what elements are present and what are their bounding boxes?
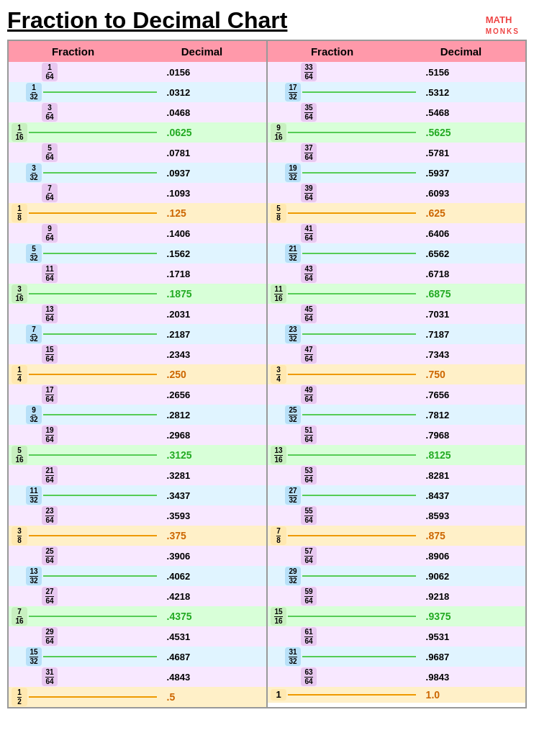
table-row: 1564.2343 — [9, 344, 266, 364]
fraction-value: 5364 — [301, 466, 317, 485]
right-rows: 3364.51561732.53123564.5468916.56253764.… — [268, 62, 525, 703]
decimal-value: .4843 — [161, 672, 266, 683]
table-row: 516.3125 — [9, 445, 266, 465]
decimal-value: .5 — [161, 691, 266, 703]
fraction-value: 1532 — [26, 647, 42, 666]
decimal-value: .2968 — [161, 430, 266, 441]
fraction-cell: 116 — [9, 123, 161, 142]
decimal-value: .0781 — [161, 148, 266, 158]
fraction-value: 4764 — [301, 345, 317, 364]
decimal-value: .4218 — [161, 591, 266, 602]
fraction-value: 3564 — [301, 103, 317, 122]
decimal-value: .1093 — [161, 188, 266, 199]
right-decimal-header: Decimal — [397, 45, 525, 58]
table-row: 1116.6875 — [268, 284, 525, 304]
fraction-value: 1764 — [42, 385, 58, 404]
decimal-value: .6406 — [420, 228, 525, 239]
decimal-value: .6875 — [420, 288, 525, 300]
decimal-value: .2343 — [161, 349, 266, 360]
table-row: 532.1562 — [9, 243, 266, 264]
table-row: 3364.5156 — [268, 62, 525, 82]
decimal-value: .6718 — [420, 269, 525, 279]
fraction-value: 2164 — [42, 466, 58, 485]
table-row: 58.625 — [268, 203, 525, 223]
decimal-value: .3281 — [161, 470, 266, 481]
table-row: 3164.4843 — [9, 667, 266, 687]
fraction-cell: 516 — [9, 446, 161, 464]
decimal-value: .875 — [420, 530, 525, 541]
decimal-value: .1562 — [161, 248, 266, 259]
fraction-value: 4164 — [301, 224, 317, 243]
decimal-value: .6562 — [420, 248, 525, 259]
fraction-value: 4964 — [301, 385, 317, 404]
fraction-value: 5764 — [301, 546, 317, 565]
table-row: 4164.6406 — [268, 223, 525, 243]
fraction-value: 132 — [26, 83, 42, 102]
fraction-cell: 4564 — [268, 305, 420, 323]
fraction-value: 3164 — [42, 667, 58, 686]
decimal-value: .3593 — [161, 510, 266, 521]
decimal-value: .5156 — [420, 67, 525, 78]
right-half: Fraction Decimal 3364.51561732.53123564.… — [268, 41, 525, 707]
fraction-cell: 932 — [9, 405, 161, 424]
decimal-value: .7031 — [420, 309, 525, 320]
fraction-cell: 14 — [9, 365, 161, 384]
table-row: 2564.3906 — [9, 546, 266, 566]
fraction-value: 4364 — [301, 264, 317, 283]
fraction-cell: 2732 — [268, 486, 420, 505]
fraction-cell: 2564 — [9, 546, 161, 565]
table-row: 34.750 — [268, 364, 525, 384]
fraction-value: 1116 — [271, 284, 286, 303]
decimal-value: .3906 — [161, 551, 266, 562]
table-row: 2364.3593 — [9, 505, 266, 526]
fraction-cell: 2332 — [268, 325, 420, 343]
decimal-value: .625 — [420, 207, 525, 219]
fraction-value: 2964 — [42, 627, 58, 646]
decimal-value: .0156 — [161, 67, 266, 78]
table-row: 4564.7031 — [268, 304, 525, 324]
decimal-value: .1875 — [161, 288, 266, 300]
page-title: Fraction to Decimal Chart — [7, 7, 527, 34]
decimal-value: .7656 — [420, 390, 525, 400]
decimal-value: .9062 — [420, 571, 525, 582]
fraction-cell: 132 — [9, 83, 161, 102]
table-row: 132.0312 — [9, 82, 266, 102]
decimal-value: .2656 — [161, 390, 266, 400]
fraction-decimal-chart: Fraction Decimal 164.0156132.0312364.046… — [7, 40, 527, 708]
decimal-value: .2187 — [161, 329, 266, 340]
fraction-value: 2132 — [285, 244, 301, 263]
decimal-value: .9218 — [420, 591, 525, 602]
table-row: 1316.8125 — [268, 445, 525, 465]
fraction-cell: 58 — [268, 204, 420, 222]
fraction-cell: 4964 — [268, 385, 420, 404]
table-row: 316.1875 — [9, 284, 266, 304]
decimal-value: .2031 — [161, 309, 266, 320]
decimal-value: .8281 — [420, 470, 525, 481]
decimal-value: .5937 — [420, 168, 525, 179]
fraction-value: 516 — [12, 446, 27, 464]
table-row: 1964.2968 — [9, 425, 266, 445]
right-fraction-header: Fraction — [268, 45, 397, 58]
fraction-cell: 1964 — [9, 426, 161, 444]
fraction-value: 5964 — [301, 587, 317, 606]
fraction-cell: 78 — [268, 526, 420, 545]
decimal-value: .8437 — [420, 490, 525, 501]
fraction-value: 78 — [271, 526, 286, 545]
fraction-value: 716 — [12, 607, 27, 626]
fraction-cell: 2132 — [268, 244, 420, 263]
fraction-cell: 3964 — [268, 184, 420, 202]
fraction-value: 12 — [12, 688, 27, 706]
table-row: 6364.9843 — [268, 667, 525, 687]
fraction-value: 6164 — [301, 627, 317, 646]
fraction-cell: 5964 — [268, 587, 420, 606]
table-row: 332.0937 — [9, 163, 266, 183]
right-header: Fraction Decimal — [268, 41, 525, 62]
decimal-value: .9843 — [420, 672, 525, 683]
decimal-value: .375 — [161, 530, 266, 541]
fraction-value: 564 — [42, 143, 58, 162]
fraction-value: 1164 — [42, 264, 58, 283]
fraction-cell: 1532 — [9, 647, 161, 666]
table-row: 3132.9687 — [268, 647, 525, 667]
decimal-value: .3437 — [161, 490, 266, 501]
fraction-cell: 1364 — [9, 305, 161, 323]
